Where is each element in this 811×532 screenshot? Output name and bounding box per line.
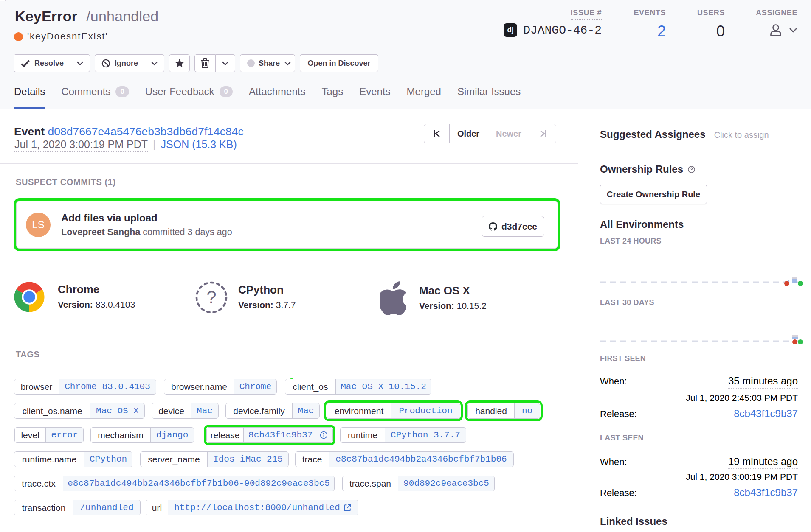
svg-text:?: ? <box>206 287 216 307</box>
